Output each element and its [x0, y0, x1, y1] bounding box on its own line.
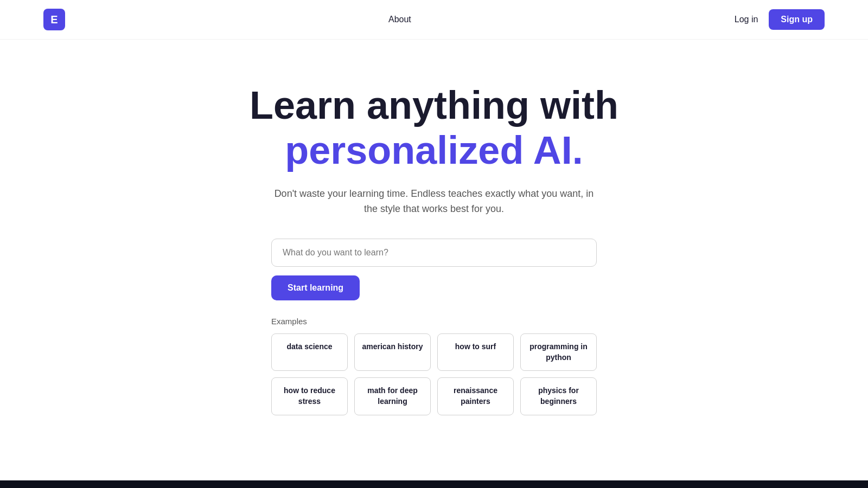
signup-button[interactable]: Sign up [769, 9, 825, 30]
login-button[interactable]: Log in [735, 15, 758, 24]
example-chip[interactable]: renaissance painters [437, 377, 514, 415]
examples-grid: data scienceamerican historyhow to surfp… [271, 333, 597, 415]
examples-section: Examples data scienceamerican historyhow… [271, 317, 597, 415]
start-learning-button[interactable]: Start learning [271, 275, 360, 300]
nav-auth: Log in Sign up [735, 9, 825, 30]
hero-section: Learn anything with personalized AI. Don… [0, 40, 868, 448]
dark-section: How it works [0, 480, 868, 488]
logo[interactable]: E [43, 9, 65, 30]
example-chip[interactable]: programming in python [520, 333, 597, 371]
example-chip[interactable]: american history [354, 333, 431, 371]
hero-title-part1: Learn anything with [250, 84, 618, 127]
hero-title-accent: personalized AI. [285, 129, 583, 172]
examples-label: Examples [271, 317, 597, 326]
hero-subtitle: Don't waste your learning time. Endless … [271, 186, 597, 217]
example-chip[interactable]: math for deep learning [354, 377, 431, 415]
navbar: E About Log in Sign up [0, 0, 868, 40]
example-chip[interactable]: how to reduce stress [271, 377, 348, 415]
example-chip[interactable]: physics for beginners [520, 377, 597, 415]
example-chip[interactable]: how to surf [437, 333, 514, 371]
example-chip[interactable]: data science [271, 333, 348, 371]
search-input[interactable] [271, 239, 597, 267]
nav-link-about[interactable]: About [388, 15, 411, 24]
hero-title: Learn anything with personalized AI. [250, 83, 618, 173]
logo-letter: E [50, 14, 58, 26]
nav-links: About [388, 15, 411, 24]
